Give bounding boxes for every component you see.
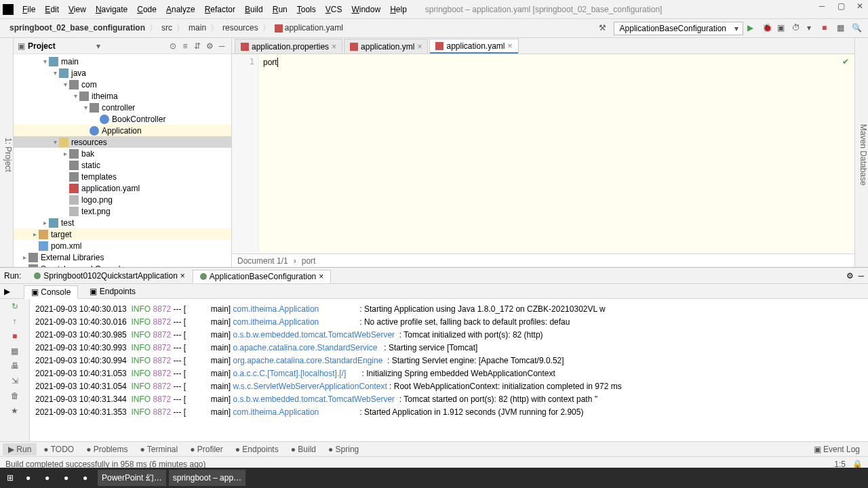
menu-window[interactable]: Window bbox=[347, 2, 385, 17]
menu-analyze[interactable]: Analyze bbox=[161, 2, 200, 17]
tree-bookcontroller[interactable]: BookController bbox=[14, 113, 231, 125]
run-subtab-endpoints[interactable]: ▣ Endpoints bbox=[82, 285, 143, 298]
stop-icon[interactable]: ■ bbox=[822, 23, 833, 34]
tab-close-icon[interactable]: × bbox=[332, 42, 336, 52]
breadcrumb-1[interactable]: src bbox=[157, 22, 176, 34]
tree-main[interactable]: ▾main bbox=[14, 56, 231, 67]
menu-tools[interactable]: Tools bbox=[292, 2, 321, 17]
console-output[interactable]: 2021-09-03 10:40:30.013 INFO 8872 --- [ … bbox=[30, 299, 868, 441]
select-target-icon[interactable]: ⊙ bbox=[167, 41, 178, 51]
build-icon[interactable]: ⚒ bbox=[599, 23, 610, 34]
search-icon[interactable]: 🔍 bbox=[852, 23, 863, 34]
tree-java[interactable]: ▾java bbox=[14, 67, 231, 79]
taskbar-item-6[interactable]: springboot – app… bbox=[169, 470, 245, 486]
help-icon[interactable]: ★ bbox=[9, 406, 20, 417]
menu-navigate[interactable]: Navigate bbox=[91, 2, 132, 17]
coverage-icon[interactable]: ▣ bbox=[777, 23, 788, 34]
taskbar-item-1[interactable]: ● bbox=[22, 470, 38, 486]
bottom-tab-terminal[interactable]: ● Terminal bbox=[134, 443, 183, 455]
bottom-tab-problems[interactable]: ● Problems bbox=[81, 443, 133, 455]
run-tab-ApplicationBaseConfiguration[interactable]: ApplicationBaseConfiguration× bbox=[193, 270, 331, 283]
project-dropdown-icon[interactable]: ▾ bbox=[96, 41, 100, 51]
resume-icon[interactable]: ↻ bbox=[9, 302, 20, 312]
menu-code[interactable]: Code bbox=[132, 2, 161, 17]
run-hide-icon[interactable]: ─ bbox=[858, 271, 864, 281]
menu-build[interactable]: Build bbox=[240, 2, 268, 17]
breadcrumb-2[interactable]: main bbox=[184, 22, 210, 34]
menu-edit[interactable]: Edit bbox=[40, 2, 64, 17]
event-log[interactable]: ▣ Event Log bbox=[808, 443, 865, 455]
bottom-tab-run[interactable]: ▶ Run bbox=[3, 443, 37, 455]
up-icon[interactable]: ↑ bbox=[9, 317, 20, 327]
taskbar-item-0[interactable]: ⊞ bbox=[3, 470, 19, 486]
taskbar-item-3[interactable]: ● bbox=[60, 470, 76, 486]
layout-icon[interactable]: ▦ bbox=[837, 23, 848, 34]
stop-run-icon[interactable]: ■ bbox=[9, 331, 20, 342]
left-tool-strip[interactable]: 1: Project bbox=[0, 38, 14, 267]
project-tree[interactable]: ▾main▾java▾com▾itheima▾controllerBookCon… bbox=[14, 54, 231, 267]
attach-icon[interactable]: ▾ bbox=[807, 23, 818, 34]
tree-itheima[interactable]: ▾itheima bbox=[14, 90, 231, 102]
taskbar-item-2[interactable]: ● bbox=[41, 470, 57, 486]
export-icon[interactable]: ⇲ bbox=[9, 376, 20, 387]
run-settings-icon[interactable]: ⚙ bbox=[846, 271, 854, 281]
bottom-tab-todo[interactable]: ● TODO bbox=[38, 443, 79, 455]
right-tool-strip[interactable]: Maven Database bbox=[854, 38, 868, 267]
tab-application-yaml[interactable]: application.yaml× bbox=[429, 39, 518, 54]
menu-file[interactable]: File bbox=[18, 2, 40, 17]
settings-icon[interactable]: ⚙ bbox=[204, 41, 215, 51]
tab-close-icon[interactable]: × bbox=[508, 41, 513, 51]
bottom-tab-profiler[interactable]: ● Profiler bbox=[184, 443, 229, 455]
tree-target[interactable]: ▸target bbox=[14, 228, 231, 240]
tree-com[interactable]: ▾com bbox=[14, 79, 231, 90]
taskbar-item-4[interactable]: ● bbox=[79, 470, 95, 486]
inspection-ok-icon[interactable]: ✔ bbox=[842, 57, 849, 66]
hide-icon[interactable]: ─ bbox=[216, 41, 227, 51]
tree-logo-png[interactable]: logo.png bbox=[14, 194, 231, 205]
tab-close-icon[interactable]: × bbox=[417, 42, 422, 52]
debug-icon[interactable]: 🐞 bbox=[762, 23, 773, 34]
breadcrumb-0[interactable]: springboot_02_base_configuration bbox=[5, 22, 149, 34]
print-icon[interactable]: 🖶 bbox=[9, 361, 20, 372]
tree-text-png[interactable]: text.png bbox=[14, 205, 231, 217]
run-config-select[interactable]: ApplicationBaseConfiguration bbox=[614, 22, 743, 35]
tree-resources[interactable]: ▾resources bbox=[14, 136, 231, 148]
profile-icon[interactable]: ⏱ bbox=[792, 23, 803, 34]
menu-help[interactable]: Help bbox=[385, 2, 412, 17]
menu-view[interactable]: View bbox=[64, 2, 91, 17]
editor-code[interactable]: port bbox=[259, 54, 854, 253]
run-tab-Springboot0102QuickstartApplication[interactable]: Springboot0102QuickstartApplication× bbox=[26, 269, 192, 283]
bottom-tab-spring[interactable]: ● Spring bbox=[323, 443, 364, 455]
layout-icon[interactable]: ▦ bbox=[9, 346, 20, 357]
maximize-button[interactable]: ▢ bbox=[834, 1, 848, 11]
menu-vcs[interactable]: VCS bbox=[321, 2, 347, 17]
tree-pom-xml[interactable]: pom.xml bbox=[14, 240, 231, 251]
tree-templates[interactable]: templates bbox=[14, 171, 231, 182]
tree-static[interactable]: static bbox=[14, 159, 231, 171]
tab-application-yml[interactable]: application.yml× bbox=[344, 39, 428, 54]
expand-icon[interactable]: ≡ bbox=[180, 41, 191, 51]
trash-icon[interactable]: 🗑 bbox=[9, 391, 20, 402]
bottom-tab-build[interactable]: ● Build bbox=[285, 443, 321, 455]
rerun-icon[interactable]: ▶ bbox=[4, 287, 10, 296]
collapse-icon[interactable]: ⇵ bbox=[192, 41, 203, 51]
run-icon[interactable]: ▶ bbox=[747, 23, 758, 34]
breadcrumb-4[interactable]: application.yaml bbox=[271, 22, 347, 34]
tree-application-yaml[interactable]: application.yaml bbox=[14, 182, 231, 194]
tab-application-properties[interactable]: application.properties× bbox=[235, 39, 342, 54]
menu-refactor[interactable]: Refactor bbox=[200, 2, 240, 17]
project-drop-icon[interactable]: ▣ bbox=[18, 41, 25, 51]
tree-application[interactable]: Application bbox=[14, 125, 231, 136]
run-subtab-console[interactable]: ▣ Console bbox=[24, 285, 78, 299]
taskbar-item-5[interactable]: PowerPoint 幻… bbox=[98, 470, 166, 486]
breadcrumb-3[interactable]: resources bbox=[218, 22, 262, 34]
minimize-button[interactable]: ─ bbox=[815, 1, 829, 11]
tree-bak[interactable]: ▸bak bbox=[14, 148, 231, 159]
tree-scratches-and-consoles[interactable]: ▸Scratches and Consoles bbox=[14, 263, 231, 267]
tree-external-libraries[interactable]: ▸External Libraries bbox=[14, 251, 231, 263]
menu-run[interactable]: Run bbox=[268, 2, 292, 17]
tree-controller[interactable]: ▾controller bbox=[14, 102, 231, 113]
bottom-tab-endpoints[interactable]: ● Endpoints bbox=[230, 443, 284, 455]
tree-test[interactable]: ▸test bbox=[14, 217, 231, 228]
close-button[interactable]: ✕ bbox=[853, 1, 867, 11]
